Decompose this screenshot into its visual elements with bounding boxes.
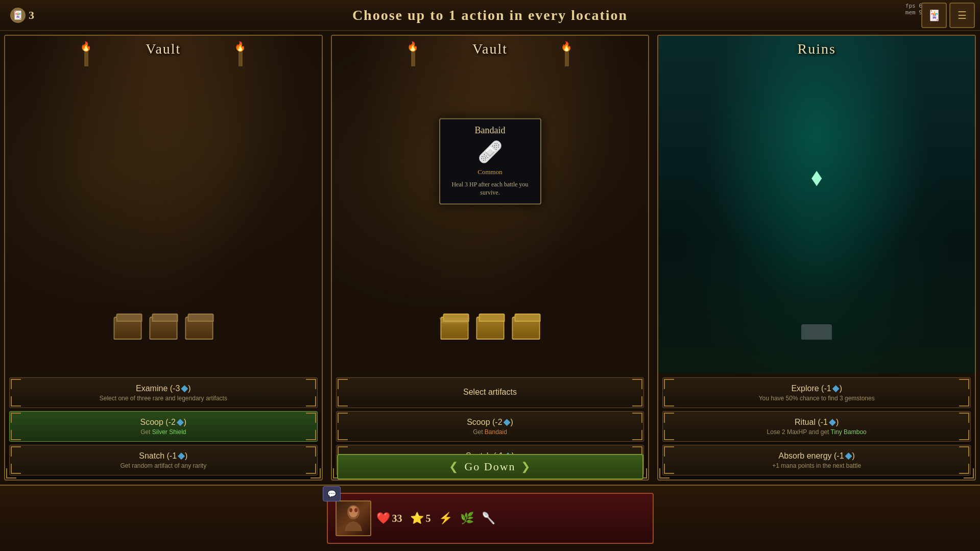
vault-center-scene: Vault Bandaid 🩹 Common Heal 3 HP after e… bbox=[332, 36, 649, 373]
hp-value: 33 bbox=[392, 513, 402, 524]
vault-center-chests bbox=[440, 317, 540, 340]
chest-3 bbox=[185, 317, 213, 340]
main-content: Vault Examine (-3) Select one of three r… bbox=[0, 31, 980, 485]
vault-left-scene: Vault bbox=[5, 36, 322, 373]
item1-stat: 🌿 bbox=[460, 512, 474, 525]
counter-icon: 🃏 bbox=[10, 8, 26, 23]
vault-center-title: Vault bbox=[332, 41, 649, 57]
ritual-button[interactable]: Ritual (-1) Lose 2 MaxHP and get Tiny Ba… bbox=[662, 411, 971, 442]
player-bar: 💬 ❤️ 33 ⭐ 5 ⚡ 🌿 bbox=[327, 493, 654, 544]
banana-icon: 🌿 bbox=[460, 512, 474, 525]
level-value: 5 bbox=[426, 513, 431, 524]
item-tooltip: Bandaid 🩹 Common Heal 3 HP after each ba… bbox=[439, 118, 541, 205]
go-down-label: Go Down bbox=[464, 460, 515, 473]
chest-gold-2 bbox=[476, 317, 504, 340]
chest-gold-3 bbox=[512, 317, 540, 340]
examine-desc: Select one of three rare and legendary a… bbox=[16, 395, 311, 402]
go-down-button[interactable]: Go Down bbox=[337, 454, 643, 480]
snatch-left-button[interactable]: Snatch (-1) Get random artifact of any r… bbox=[9, 445, 318, 475]
player-avatar bbox=[336, 500, 371, 536]
explore-desc: You have 50% chance to find 3 gemstones bbox=[669, 395, 964, 402]
tooltip-image: 🩹 bbox=[446, 140, 534, 164]
player-stats: ❤️ 33 ⭐ 5 ⚡ 🌿 🥄 bbox=[376, 512, 495, 525]
chest-2 bbox=[149, 317, 177, 340]
ritual-desc: Lose 2 MaxHP and get Tiny Bamboo bbox=[669, 428, 964, 436]
hp-icon: ❤️ bbox=[376, 512, 390, 525]
item2-stat: 🥄 bbox=[482, 512, 495, 525]
ritual-title: Ritual (-1) bbox=[669, 418, 964, 427]
scoop-center-button[interactable]: Scoop (-2) Get Bandaid bbox=[336, 411, 644, 442]
scoop-center-desc: Get Bandaid bbox=[343, 428, 638, 436]
vault-left-title: Vault bbox=[5, 41, 322, 57]
scoop-center-title: Scoop (-2) bbox=[343, 418, 638, 427]
absorb-desc: +1 mana points in the next battle bbox=[669, 462, 964, 469]
scoop-left-title: Scoop (-2) bbox=[16, 418, 311, 427]
vault-left-actions: Examine (-3) Select one of three rare an… bbox=[5, 373, 322, 480]
energy-stat: ⚡ bbox=[439, 512, 452, 525]
absorb-button[interactable]: Absorb energy (-1) +1 mana points in the… bbox=[662, 445, 971, 475]
hp-stat: ❤️ 33 bbox=[376, 512, 402, 525]
absorb-title: Absorb energy (-1) bbox=[669, 451, 964, 461]
scoop-left-desc: Get Silver Shield bbox=[16, 428, 311, 436]
ruins-pedestal bbox=[801, 324, 832, 340]
level-stat: ⭐ 5 bbox=[410, 512, 431, 525]
scoop-left-button[interactable]: Scoop (-2) Get Silver Shield bbox=[9, 411, 318, 442]
chat-icon[interactable]: 💬 bbox=[323, 486, 341, 501]
ruins-title: Ruins bbox=[658, 41, 975, 57]
deck-icon[interactable]: 🃏 bbox=[921, 3, 947, 28]
svg-point-3 bbox=[354, 508, 357, 512]
examine-button[interactable]: Examine (-3) Select one of three rare an… bbox=[9, 377, 318, 408]
snatch-left-desc: Get random artifact of any rarity bbox=[16, 462, 311, 469]
tooltip-title: Bandaid bbox=[446, 125, 534, 136]
examine-center-title: Select artifacts bbox=[343, 388, 638, 397]
tooltip-desc: Heal 3 HP after each battle you survive. bbox=[446, 180, 534, 198]
ruins-actions: Explore (-1) You have 50% chance to find… bbox=[658, 373, 975, 480]
energy-icon: ⚡ bbox=[439, 512, 452, 525]
menu-icon[interactable]: ☰ bbox=[949, 3, 975, 28]
counter: 🃏 3 bbox=[10, 8, 34, 23]
examine-title: Examine (-3) bbox=[16, 384, 311, 393]
explore-title: Explore (-1) bbox=[669, 384, 964, 393]
top-right-icons: 🃏 ☰ bbox=[921, 3, 975, 28]
counter-value: 3 bbox=[29, 9, 34, 22]
level-icon: ⭐ bbox=[410, 512, 424, 525]
location-ruins: Ruins Explore (-1) You have 50% chance t… bbox=[657, 35, 976, 481]
ruins-crystal bbox=[811, 171, 822, 186]
examine-center-button[interactable]: Select artifacts bbox=[336, 377, 644, 408]
bottom-bar: 💬 ❤️ 33 ⭐ 5 ⚡ 🌿 bbox=[0, 485, 980, 551]
top-bar: 🃏 3 Choose up to 1 action in every locat… bbox=[0, 0, 980, 31]
main-title: Choose up to 1 action in every location bbox=[352, 7, 628, 23]
tooltip-rarity: Common bbox=[446, 168, 534, 176]
spoon-icon: 🥄 bbox=[482, 512, 495, 525]
location-vault-center: Vault Bandaid 🩹 Common Heal 3 HP after e… bbox=[331, 35, 650, 481]
vault-left-chests bbox=[113, 317, 213, 340]
svg-point-2 bbox=[349, 508, 352, 512]
chest-1 bbox=[113, 317, 141, 340]
chest-gold-1 bbox=[440, 317, 468, 340]
explore-button[interactable]: Explore (-1) You have 50% chance to find… bbox=[662, 377, 971, 408]
ruins-scene: Ruins bbox=[658, 36, 975, 373]
snatch-left-title: Snatch (-1) bbox=[16, 451, 311, 461]
location-vault-left: Vault Examine (-3) Select one of three r… bbox=[4, 35, 323, 481]
